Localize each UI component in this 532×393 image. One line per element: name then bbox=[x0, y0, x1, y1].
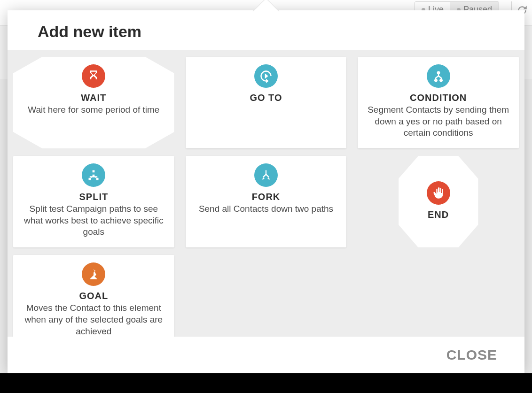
modal-container: Add new item WAIT Wait here for some per… bbox=[8, 10, 524, 373]
flag-mountain-icon bbox=[82, 262, 105, 286]
item-card-split[interactable]: SPLIT Split test Campaign paths to see w… bbox=[13, 156, 174, 247]
stop-hand-icon bbox=[427, 181, 450, 205]
item-title: FORK bbox=[252, 192, 281, 202]
item-card-wait[interactable]: WAIT Wait here for some period of time bbox=[13, 57, 174, 148]
footer-bar bbox=[0, 373, 532, 393]
modal-footer: CLOSE bbox=[8, 337, 524, 373]
item-title: SPLIT bbox=[79, 192, 108, 202]
item-desc: Moves the Contact to this element when a… bbox=[22, 302, 166, 337]
item-title: GOAL bbox=[79, 291, 108, 301]
modal-body: WAIT Wait here for some period of time G… bbox=[8, 50, 524, 337]
close-button[interactable]: CLOSE bbox=[444, 345, 500, 365]
item-card-end[interactable]: END bbox=[399, 156, 478, 247]
item-title: CONDITION bbox=[410, 92, 467, 103]
add-item-modal: Add new item WAIT Wait here for some per… bbox=[8, 10, 524, 373]
branch-icon bbox=[427, 64, 450, 88]
item-desc: Segment Contacts by sending them down a … bbox=[366, 104, 510, 139]
item-card-goto[interactable]: GO TO bbox=[186, 57, 347, 148]
item-card-end-wrap: END bbox=[358, 156, 519, 247]
sitemap-icon bbox=[82, 163, 105, 187]
item-title: GO TO bbox=[250, 92, 282, 103]
item-desc: Wait here for some period of time bbox=[28, 104, 159, 116]
item-title: END bbox=[428, 209, 449, 220]
item-desc: Send all Contacts down two paths bbox=[199, 203, 333, 215]
fork-icon bbox=[254, 163, 278, 187]
item-card-fork[interactable]: FORK Send all Contacts down two paths bbox=[186, 156, 347, 247]
item-grid: WAIT Wait here for some period of time G… bbox=[13, 57, 519, 337]
item-desc: Split test Campaign paths to see what wo… bbox=[22, 203, 166, 238]
item-title: WAIT bbox=[81, 92, 106, 103]
modal-title: Add new item bbox=[38, 23, 494, 41]
item-card-goal[interactable]: GOAL Moves the Contact to this element w… bbox=[13, 255, 174, 337]
item-card-condition[interactable]: CONDITION Segment Contacts by sending th… bbox=[358, 57, 519, 148]
goto-arrow-icon bbox=[254, 64, 278, 88]
hourglass-icon bbox=[82, 64, 105, 88]
